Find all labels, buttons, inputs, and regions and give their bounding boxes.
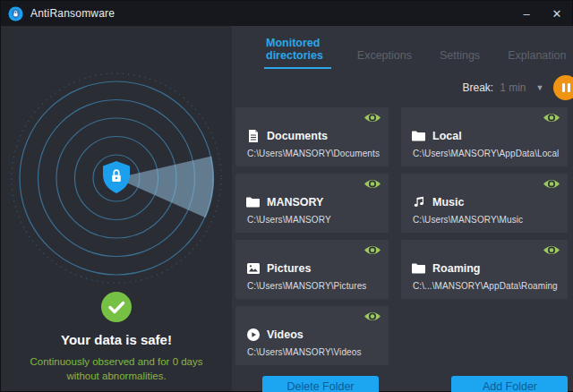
folder-icon xyxy=(412,129,425,142)
minimize-button[interactable]: – xyxy=(511,1,542,26)
close-button[interactable]: ✕ xyxy=(542,1,572,26)
status-headline: Your data is safe! xyxy=(61,332,172,347)
tab-bar: Monitored directoriesExceptionsSettingsE… xyxy=(235,35,568,69)
window-title: AntiRansomware xyxy=(30,7,115,20)
directory-card[interactable]: Pictures C:\Users\MANSORY\Pictures xyxy=(235,240,389,299)
break-interval-value[interactable]: 1 min xyxy=(500,81,526,94)
directory-name: Videos xyxy=(267,328,304,341)
directory-path: C:\Users\MANSORY\Videos xyxy=(247,347,380,357)
tab-settings[interactable]: Settings xyxy=(438,47,482,69)
status-subtext: Continuously observed and for 0 days wit… xyxy=(1,354,232,384)
pause-icon xyxy=(562,83,565,92)
music-icon xyxy=(412,195,425,209)
directory-name: Documents xyxy=(267,130,328,142)
eye-visibility-icon[interactable] xyxy=(543,112,560,124)
directory-path: C:\Users\MANSORY\Music xyxy=(413,215,559,225)
monitored-directories-grid: Documents C:\Users\MANSORY\Documents Loc… xyxy=(235,107,568,365)
folder-icon xyxy=(246,195,260,209)
delete-folder-button[interactable]: Delete Folder xyxy=(262,376,379,392)
tab-monitored-directories[interactable]: Monitored directories xyxy=(264,35,331,69)
directory-name: Roaming xyxy=(432,262,480,275)
directory-path: C:\Users\MANSORY xyxy=(247,215,380,225)
directory-name: MANSORY xyxy=(267,196,323,209)
directory-card[interactable]: Music C:\Users\MANSORY\Music xyxy=(401,174,568,233)
app-window: AntiRansomware – ✕ xyxy=(0,0,573,392)
check-circle-icon xyxy=(101,292,132,322)
shield-lock-icon xyxy=(103,161,130,193)
radar-sweep-beam xyxy=(116,157,214,218)
directory-name: Pictures xyxy=(267,262,311,275)
directory-card[interactable]: Videos C:\Users\MANSORY\Videos xyxy=(235,306,389,365)
eye-visibility-icon[interactable] xyxy=(363,244,381,256)
directory-card[interactable]: Local C:\Users\MANSORY\AppData\Local xyxy=(401,107,568,166)
chevron-down-icon[interactable]: ▼ xyxy=(536,83,544,92)
directory-path: C:\Users\MANSORY\AppData\Local xyxy=(413,149,559,158)
directory-name: Local xyxy=(432,130,462,142)
directory-path: C:\Users\MANSORY\Documents xyxy=(247,149,380,158)
folder-icon xyxy=(412,261,425,275)
status-panel: Your data is safe! Continuously observed… xyxy=(1,26,232,391)
title-bar: AntiRansomware – ✕ xyxy=(1,1,572,26)
video-icon xyxy=(246,328,260,341)
radar-scan-graphic xyxy=(1,26,232,294)
directory-path: C:\Users\MANSORY\Pictures xyxy=(247,281,380,291)
directory-card[interactable]: MANSORY C:\Users\MANSORY xyxy=(235,174,389,233)
pause-protection-button[interactable] xyxy=(553,75,573,100)
eye-visibility-icon[interactable] xyxy=(543,244,560,256)
eye-visibility-icon[interactable] xyxy=(363,112,381,124)
break-control-row: Break: 1 min ▼ xyxy=(235,75,573,100)
add-folder-button[interactable]: Add Folder xyxy=(451,376,568,392)
tab-explanation[interactable]: Explanation xyxy=(506,47,568,69)
directory-name: Music xyxy=(432,196,464,209)
directory-card[interactable]: Roaming C:\...\MANSORY\AppData\Roaming xyxy=(401,240,568,299)
directory-path: C:\...\MANSORY\AppData\Roaming xyxy=(413,281,559,291)
eye-visibility-icon[interactable] xyxy=(543,178,560,190)
eye-visibility-icon[interactable] xyxy=(363,178,381,190)
app-shield-icon xyxy=(8,6,23,21)
directory-card[interactable]: Documents C:\Users\MANSORY\Documents xyxy=(235,107,389,166)
tab-exceptions[interactable]: Exceptions xyxy=(355,47,414,69)
content-panel: Monitored directoriesExceptionsSettingsE… xyxy=(232,26,573,391)
break-label: Break: xyxy=(463,81,494,94)
folder-actions-row: Delete Folder Add Folder xyxy=(235,376,568,392)
image-icon xyxy=(246,261,260,275)
document-icon xyxy=(246,129,260,142)
eye-visibility-icon[interactable] xyxy=(363,311,381,322)
